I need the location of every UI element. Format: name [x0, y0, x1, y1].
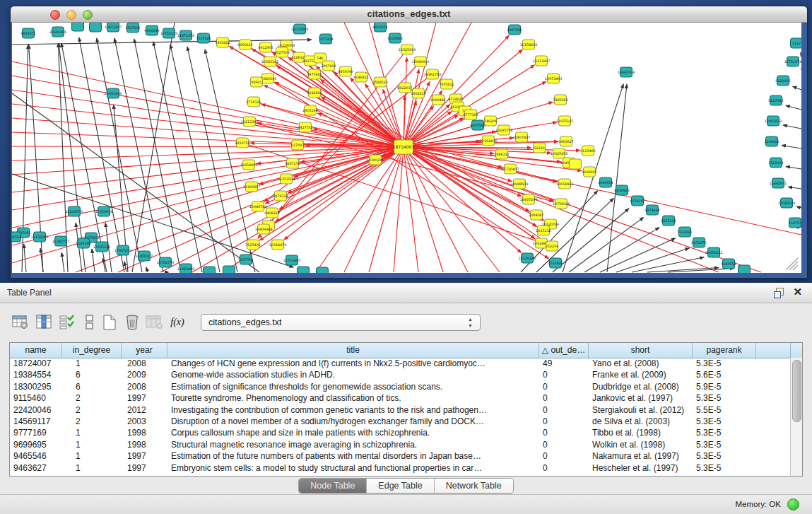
cell-in_degree[interactable]: 1	[62, 358, 122, 369]
cell-year[interactable]: 2008	[122, 358, 167, 369]
cell-name[interactable]: 9115460	[10, 392, 62, 404]
column-header-short[interactable]: short	[589, 343, 693, 358]
table-row[interactable]: 2242004622012Investigating the contribut…	[10, 404, 791, 416]
cell-name[interactable]: 18724007	[10, 358, 62, 369]
table-row[interactable]: 911546021997Tourette syndrome. Phenomeno…	[10, 392, 791, 404]
node-table[interactable]: namein_degreeyeartitle△ out_de…shortpage…	[9, 342, 803, 477]
cell-title[interactable]: Disruption of a novel member of a sodium…	[167, 416, 539, 427]
cell-name[interactable]: 22420046	[10, 404, 62, 416]
cell-pagerank[interactable]: 5.9E-5	[693, 381, 756, 392]
cell-year[interactable]: 2003	[122, 416, 167, 427]
cell-title[interactable]: Investigating the contribution of common…	[167, 404, 539, 416]
cell-in_degree[interactable]: 2	[62, 392, 122, 404]
cell-year[interactable]: 2012	[122, 404, 167, 416]
cell-short[interactable]: Jankovic et al. (1997)	[589, 392, 693, 404]
cell-pagerank[interactable]: 5.3E-5	[693, 392, 756, 404]
cell-name[interactable]: 14569117	[10, 416, 62, 427]
cell-short[interactable]: Yano et al. (2008)	[589, 358, 693, 369]
table-row[interactable]: 1456911722003Disruption of a novel membe…	[10, 416, 791, 427]
column-header-name[interactable]: name	[10, 343, 62, 358]
table-row[interactable]: 977716911998Corpus callosum shape and si…	[10, 427, 791, 438]
cell-year[interactable]: 2009	[122, 369, 167, 380]
cell-△ out_de…[interactable]: 0	[539, 404, 589, 416]
cell-year[interactable]: 1997	[122, 462, 167, 474]
cell-short[interactable]: Nakamura et al. (1997)	[589, 450, 693, 462]
cell-△ out_de…[interactable]: 0	[539, 439, 589, 450]
float-panel-icon[interactable]	[774, 288, 784, 298]
table-row[interactable]: 1830029562008Estimation of significance …	[10, 381, 791, 392]
cell-pagerank[interactable]: 5.3E-5	[693, 462, 756, 474]
table-source-dropdown[interactable]: citations_edges.txt ▲▼	[201, 314, 481, 331]
cell-in_degree[interactable]: 2	[62, 404, 122, 416]
cell-name[interactable]: 9699695	[10, 439, 62, 450]
column-header-pagerank[interactable]: pagerank	[693, 343, 756, 358]
dropdown-stepper-icon[interactable]: ▲▼	[466, 316, 474, 330]
cell-pagerank[interactable]: 5.3E-5	[693, 427, 756, 438]
cell-△ out_de…[interactable]: 0	[539, 416, 589, 427]
cell-△ out_de…[interactable]: 0	[539, 427, 589, 438]
cell-year[interactable]: 1997	[122, 450, 167, 462]
cell-in_degree[interactable]: 6	[62, 369, 122, 380]
import-checklist-icon[interactable]	[58, 313, 76, 332]
function-builder-icon[interactable]: f(x)	[168, 313, 187, 332]
cell-in_degree[interactable]: 2	[62, 416, 122, 427]
cell-title[interactable]: Estimation of the future numbers of pati…	[167, 450, 539, 462]
table-row[interactable]: 1872400712008Changes of HCN gene express…	[10, 358, 791, 369]
network-window-titlebar[interactable]: citations_edges.txt	[11, 6, 807, 23]
cell-△ out_de…[interactable]: 0	[539, 450, 589, 462]
close-panel-icon[interactable]: ✕	[793, 286, 802, 298]
cell-pagerank[interactable]: 5.3E-5	[693, 450, 756, 462]
cell-pagerank[interactable]: 5.3E-5	[693, 416, 756, 427]
cell-title[interactable]: Tourette syndrome. Phenomenology and cla…	[167, 392, 539, 404]
cell-short[interactable]: Hescheler et al. (1997)	[589, 462, 693, 474]
cell-in_degree[interactable]: 1	[62, 462, 122, 474]
cell-in_degree[interactable]: 1	[62, 439, 122, 450]
cell-pagerank[interactable]: 5.6E-5	[693, 369, 756, 380]
table-row[interactable]: 946362711997Embryonic stem cells: a mode…	[10, 462, 791, 474]
cell-pagerank[interactable]: 5.3E-5	[693, 439, 756, 450]
table-rows[interactable]: 1872400712008Changes of HCN gene express…	[10, 358, 791, 476]
column-header-filler[interactable]	[756, 343, 791, 358]
cell-short[interactable]: Tibbo et al. (1998)	[589, 427, 693, 438]
cell-pagerank[interactable]: 5.3E-5	[693, 358, 756, 369]
cell-name[interactable]: 9463627	[10, 462, 62, 474]
cell-year[interactable]: 1998	[122, 427, 167, 438]
cell-short[interactable]: Dudbridge et al. (2008)	[589, 381, 693, 392]
table-row[interactable]: 969969511998Structural magnetic resonanc…	[10, 439, 791, 450]
cell-name[interactable]: 18300295	[10, 381, 62, 392]
cell-short[interactable]: Wolkin et al. (1998)	[589, 439, 693, 450]
cell-title[interactable]: Corpus callosum shape and size in male p…	[167, 427, 539, 438]
cell-△ out_de…[interactable]: 0	[539, 381, 589, 392]
column-header-in_degree[interactable]: in_degree	[62, 343, 122, 358]
cell-short[interactable]: Franke et al. (2009)	[589, 369, 693, 380]
cell-in_degree[interactable]: 1	[62, 450, 122, 462]
table-scrollbar[interactable]	[790, 358, 802, 476]
cell-pagerank[interactable]: 5.5E-5	[693, 404, 756, 416]
network-window[interactable]: citations_edges.txt 94355722069140610653…	[10, 6, 808, 279]
cell-title[interactable]: Genome-wide association studies in ADHD.	[167, 369, 539, 380]
tab-network-table[interactable]: Network Table	[435, 479, 513, 493]
cell-name[interactable]: 9777169	[10, 427, 62, 438]
column-edit-icon[interactable]	[35, 313, 54, 332]
cell-selector-icon[interactable]	[81, 313, 99, 332]
cell-in_degree[interactable]: 6	[62, 381, 122, 392]
column-header-title[interactable]: title	[167, 343, 539, 358]
column-header-year[interactable]: year	[122, 343, 167, 358]
cell-year[interactable]: 1998	[122, 439, 167, 450]
cell-title[interactable]: Embryonic stem cells: a model to study s…	[167, 462, 539, 474]
cell-short[interactable]: Stergiakouli et al. (2012)	[589, 404, 693, 416]
tab-edge-table[interactable]: Edge Table	[367, 479, 434, 493]
cell-title[interactable]: Estimation of significance thresholds fo…	[167, 381, 539, 392]
cell-in_degree[interactable]: 1	[62, 427, 122, 438]
cell-name[interactable]: 9465546	[10, 450, 62, 462]
memory-status-indicator[interactable]	[787, 498, 799, 510]
table-row[interactable]: 946554611997Estimation of the future num…	[10, 450, 791, 462]
cell-year[interactable]: 2008	[122, 381, 167, 392]
cell-year[interactable]: 1997	[122, 392, 167, 404]
table-settings-icon[interactable]	[11, 313, 30, 332]
tab-node-table[interactable]: Node Table	[299, 479, 367, 493]
cell-title[interactable]: Changes of HCN gene expression and I(f) …	[167, 358, 539, 369]
cell-△ out_de…[interactable]: 49	[539, 358, 589, 369]
cell-△ out_de…[interactable]: 0	[539, 369, 589, 380]
cell-name[interactable]: 19384554	[10, 369, 62, 380]
